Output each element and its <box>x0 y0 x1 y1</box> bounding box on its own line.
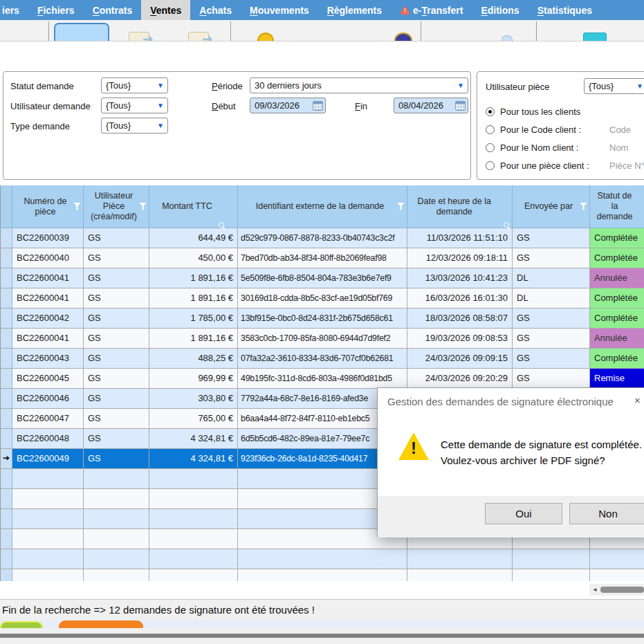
column-header-2[interactable]: Montant TTC <box>149 185 238 228</box>
table-row[interactable] <box>1 569 644 581</box>
cell-col2[interactable] <box>149 469 238 489</box>
menu-item-iers[interactable]: iers <box>0 0 28 20</box>
row-selector[interactable] <box>1 409 12 429</box>
chevron-down-icon[interactable]: ▼ <box>633 82 644 90</box>
status-badge[interactable]: Complétée <box>590 248 644 268</box>
cell-col1[interactable]: GS <box>84 389 149 409</box>
cell-col0[interactable]: BC22600039 <box>12 228 84 248</box>
cell-col0[interactable]: BC22600049 <box>12 449 84 469</box>
cell-col5[interactable]: GS <box>513 329 590 349</box>
menu-item-statistiques[interactable]: Statistiques <box>528 0 601 20</box>
client-input-placeholder[interactable]: Code <box>609 125 631 135</box>
row-selector[interactable] <box>1 549 12 569</box>
cell-col3[interactable]: 49b195fc-311d-8cd6-803a-4986f0d81bd5 <box>238 369 407 389</box>
cell-col3[interactable] <box>238 549 407 569</box>
cell-col0[interactable] <box>12 529 84 549</box>
search-icon[interactable] <box>504 222 510 230</box>
row-selector[interactable] <box>1 309 12 329</box>
column-header-5[interactable]: Envoyée par <box>513 185 590 228</box>
cell-col1[interactable]: GS <box>84 228 149 248</box>
scrollbar-thumb[interactable] <box>600 587 644 593</box>
radio-button[interactable] <box>486 161 495 170</box>
status-badge[interactable]: Annulée <box>590 329 644 349</box>
cell-col1[interactable] <box>84 549 149 569</box>
cell-col1[interactable]: GS <box>84 329 149 349</box>
cell-col2[interactable]: 303,80 € <box>149 389 238 409</box>
cell-col4[interactable] <box>407 569 513 581</box>
cell-col3[interactable] <box>238 569 407 581</box>
row-selector[interactable] <box>1 248 12 268</box>
type-demande-select[interactable]: {Tous} ▼ <box>101 118 168 134</box>
cell-col2[interactable]: 488,25 € <box>149 349 238 369</box>
cell-col0[interactable]: BC22600040 <box>12 248 84 268</box>
calendar-icon[interactable] <box>455 101 466 111</box>
cell-col3[interactable]: 30169d18-cdda-8b5c-83cf-ae19d05bf769 <box>238 288 407 309</box>
toolbar-button-active[interactable] <box>54 23 109 42</box>
cell-col1[interactable]: GS <box>84 449 149 469</box>
cell-col4[interactable]: 19/03/2026 09:08:53 <box>407 329 513 349</box>
cell-col0[interactable] <box>12 469 84 489</box>
menu-item-e-transfert[interactable]: !e-Transfert <box>391 0 472 20</box>
periode-select[interactable]: 30 derniers jours ▼ <box>250 77 468 93</box>
chevron-down-icon[interactable]: ▼ <box>154 82 167 89</box>
column-header-0[interactable]: Numéro de pièce <box>12 185 84 228</box>
table-row[interactable]: BC22600041GS1 891,16 €30169d18-cdda-8b5c… <box>1 288 644 309</box>
cell-col1[interactable]: GS <box>84 288 149 309</box>
column-header-6[interactable]: Statut de la demande <box>590 185 644 228</box>
cell-col0[interactable]: BC22600045 <box>12 369 84 389</box>
radio-option-2[interactable]: Pour le Nom client :Nom <box>486 138 644 156</box>
utilisateur-demande-select[interactable]: {Tous} ▼ <box>101 98 168 113</box>
statut-demande-select[interactable]: {Tous} ▼ <box>101 77 168 93</box>
chevron-down-icon[interactable]: ▼ <box>154 102 167 109</box>
radio-option-0[interactable]: Pour tous les clients <box>486 102 644 120</box>
table-row[interactable]: BC22600045GS969,99 €49b195fc-311d-8cd6-8… <box>1 369 644 389</box>
cell-col4[interactable]: 24/03/2026 09:20:29 <box>407 369 513 389</box>
cell-col2[interactable]: 1 891,16 € <box>149 329 238 349</box>
cell-col5[interactable]: GS <box>513 228 590 248</box>
cell-col5[interactable]: GS <box>513 309 590 329</box>
menu-item-ventes[interactable]: Ventes <box>141 0 190 20</box>
radio-option-1[interactable]: Pour le Code client :Code <box>486 120 644 138</box>
cell-col3[interactable]: 3583c0cb-1709-85fa-8080-6944d7d9fef2 <box>238 329 407 349</box>
cell-col2[interactable] <box>149 569 238 581</box>
cell-col1[interactable] <box>84 489 149 509</box>
cell-col6[interactable] <box>590 569 644 581</box>
status-badge[interactable]: Remise <box>590 369 644 389</box>
cell-col0[interactable]: BC22600048 <box>12 429 84 449</box>
current-row-arrow-icon[interactable]: ➔ <box>1 449 12 469</box>
cell-col2[interactable] <box>149 509 238 529</box>
cell-col2[interactable]: 1 785,00 € <box>149 309 238 329</box>
status-badge[interactable]: Complétée <box>590 309 644 329</box>
menu-item-contrats[interactable]: Contrats <box>84 0 142 20</box>
cell-col2[interactable]: 765,00 € <box>149 409 238 429</box>
calendar-icon[interactable] <box>313 101 323 111</box>
cell-col1[interactable] <box>84 509 149 529</box>
menu-item-achats[interactable]: Achats <box>190 0 241 20</box>
column-header-4[interactable]: Date et heure de la demande <box>407 185 513 228</box>
utilisateur-piece-select[interactable]: {Tous} ▼ <box>584 78 644 94</box>
toolbar-icon[interactable] <box>583 33 607 42</box>
chevron-down-icon[interactable]: ▼ <box>154 122 167 129</box>
table-row[interactable]: BC22600041GS1 891,16 €5e509f8e-6fb8-8504… <box>1 268 644 288</box>
table-row[interactable]: BC22600039GS644,49 €d529c979-0867-8878-8… <box>1 228 644 248</box>
client-input-placeholder[interactable]: Nom <box>609 142 628 153</box>
cell-col3[interactable]: d529c979-0867-8878-8233-0b40743c3c2f <box>238 228 407 248</box>
menu-item-r-glements[interactable]: Règlements <box>318 0 391 20</box>
row-selector[interactable] <box>1 569 12 581</box>
cell-col1[interactable]: GS <box>84 409 149 429</box>
row-selector[interactable] <box>1 489 12 509</box>
toolbar-globe-icon[interactable] <box>394 33 412 42</box>
debut-date-field[interactable]: 09/03/2026 <box>250 98 326 113</box>
client-input-placeholder[interactable]: Pièce N° <box>609 160 644 171</box>
status-badge[interactable]: Annulée <box>590 268 644 288</box>
cell-col2[interactable]: 969,99 € <box>149 369 238 389</box>
cell-col0[interactable]: BC22600041 <box>12 288 84 309</box>
table-row[interactable]: BC22600042GS1 785,00 €13bf915e-0bc0-8d24… <box>1 309 644 329</box>
row-selector[interactable] <box>1 469 12 489</box>
row-selector[interactable] <box>1 389 12 409</box>
row-selector[interactable] <box>1 349 12 369</box>
cell-col2[interactable] <box>149 549 238 569</box>
cell-col2[interactable]: 450,00 € <box>149 248 238 268</box>
cell-col1[interactable]: GS <box>84 429 149 449</box>
cell-col0[interactable]: BC22600041 <box>12 268 84 288</box>
